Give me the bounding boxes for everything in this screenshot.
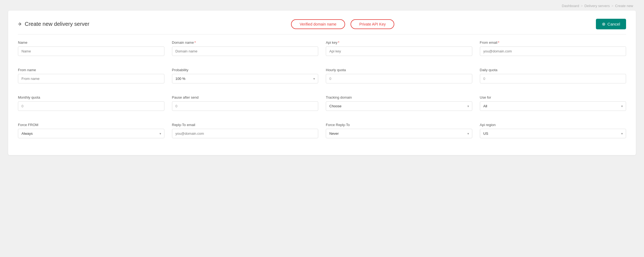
form-group-use-for: Use for All Transactional Marketing ▾ <box>480 95 626 111</box>
from-email-required-star: * <box>498 40 499 45</box>
page-title: Create new delivery server <box>25 21 89 27</box>
form-group-from-email: From email* <box>480 40 626 56</box>
from-name-label: From name <box>18 68 164 72</box>
use-for-select[interactable]: All Transactional Marketing <box>480 101 626 111</box>
breadcrumb-dashboard[interactable]: Dashboard <box>562 4 579 8</box>
header-badges: Verified domain name Private API Key <box>291 19 395 29</box>
breadcrumb-delivery-servers[interactable]: Delivery servers <box>584 4 610 8</box>
api-key-label: Api key* <box>326 40 472 45</box>
breadcrumb-sep1: > <box>581 4 583 8</box>
force-from-label: Force FROM <box>18 123 164 127</box>
form-row-1: Name Domain name* Api key* From email* <box>18 40 626 62</box>
form-group-daily-quota: Daily quota <box>480 68 626 83</box>
pause-after-send-input[interactable] <box>172 101 318 111</box>
force-reply-to-label: Force Reply-To <box>326 123 472 127</box>
force-from-select-wrapper: Always Never When empty ▾ <box>18 129 164 138</box>
cancel-label: Cancel <box>607 22 620 26</box>
form-group-probability: Probability 100 % 90 % 80 % 70 % 50 % ▾ <box>172 68 318 83</box>
create-delivery-server-card: ✈ Create new delivery server Verified do… <box>8 11 636 155</box>
form-group-monthly-quota: Monthly quota <box>18 95 164 111</box>
daily-quota-label: Daily quota <box>480 68 626 72</box>
reply-to-email-label: Reply-To email <box>172 123 318 127</box>
from-name-input[interactable] <box>18 74 164 83</box>
breadcrumb-sep2: > <box>611 4 614 8</box>
domain-name-label: Domain name* <box>172 40 318 45</box>
form-row-2: From name Probability 100 % 90 % 80 % 70… <box>18 68 626 89</box>
from-email-input[interactable] <box>480 46 626 56</box>
use-for-select-wrapper: All Transactional Marketing ▾ <box>480 101 626 111</box>
card-header: ✈ Create new delivery server Verified do… <box>18 19 626 35</box>
breadcrumb-current: Create new <box>615 4 633 8</box>
form-group-reply-to-email: Reply-To email <box>172 123 318 138</box>
probability-label: Probability <box>172 68 318 72</box>
probability-select-wrapper: 100 % 90 % 80 % 70 % 50 % ▾ <box>172 74 318 83</box>
cancel-icon: ⊗ <box>602 21 605 27</box>
form-group-api-key: Api key* <box>326 40 472 56</box>
private-api-key-badge[interactable]: Private API Key <box>351 19 394 29</box>
form-group-domain: Domain name* <box>172 40 318 56</box>
api-region-select[interactable]: US EU <box>480 129 626 138</box>
cancel-button[interactable]: ⊗ Cancel <box>596 19 626 29</box>
name-input[interactable] <box>18 46 164 56</box>
monthly-quota-input[interactable] <box>18 101 164 111</box>
form-group-pause-after-send: Pause after send <box>172 95 318 111</box>
name-label: Name <box>18 40 164 45</box>
form-group-tracking-domain: Tracking domain Choose ▾ <box>326 95 472 111</box>
tracking-domain-select-wrapper: Choose ▾ <box>326 101 472 111</box>
form-row-4: Force FROM Always Never When empty ▾ Rep… <box>18 123 626 144</box>
form-group-force-reply-to: Force Reply-To Never Always When empty ▾ <box>326 123 472 138</box>
reply-to-email-input[interactable] <box>172 129 318 138</box>
daily-quota-input[interactable] <box>480 74 626 83</box>
pause-after-send-label: Pause after send <box>172 95 318 99</box>
probability-select[interactable]: 100 % 90 % 80 % 70 % 50 % <box>172 74 318 83</box>
domain-name-input[interactable] <box>172 46 318 56</box>
use-for-label: Use for <box>480 95 626 99</box>
hourly-quota-input[interactable] <box>326 74 472 83</box>
hourly-quota-label: Hourly quota <box>326 68 472 72</box>
form-group-name: Name <box>18 40 164 56</box>
api-key-required-star: * <box>338 40 339 45</box>
form-row-3: Monthly quota Pause after send Tracking … <box>18 95 626 117</box>
card-title-group: ✈ Create new delivery server <box>18 21 89 27</box>
force-reply-to-select[interactable]: Never Always When empty <box>326 129 472 138</box>
tracking-domain-select[interactable]: Choose <box>326 101 472 111</box>
verified-domain-badge[interactable]: Verified domain name <box>291 19 345 29</box>
form-group-hourly-quota: Hourly quota <box>326 68 472 83</box>
force-from-select[interactable]: Always Never When empty <box>18 129 164 138</box>
breadcrumb: Dashboard > Delivery servers > Create ne… <box>0 0 644 11</box>
monthly-quota-label: Monthly quota <box>18 95 164 99</box>
domain-required-star: * <box>194 40 196 45</box>
api-key-input[interactable] <box>326 46 472 56</box>
form-group-force-from: Force FROM Always Never When empty ▾ <box>18 123 164 138</box>
form-group-api-region: Api region US EU ▾ <box>480 123 626 138</box>
api-region-select-wrapper: US EU ▾ <box>480 129 626 138</box>
form-group-from-name: From name <box>18 68 164 83</box>
force-reply-to-select-wrapper: Never Always When empty ▾ <box>326 129 472 138</box>
from-email-label: From email* <box>480 40 626 45</box>
tracking-domain-label: Tracking domain <box>326 95 472 99</box>
api-region-label: Api region <box>480 123 626 127</box>
delivery-server-icon: ✈ <box>18 21 22 27</box>
